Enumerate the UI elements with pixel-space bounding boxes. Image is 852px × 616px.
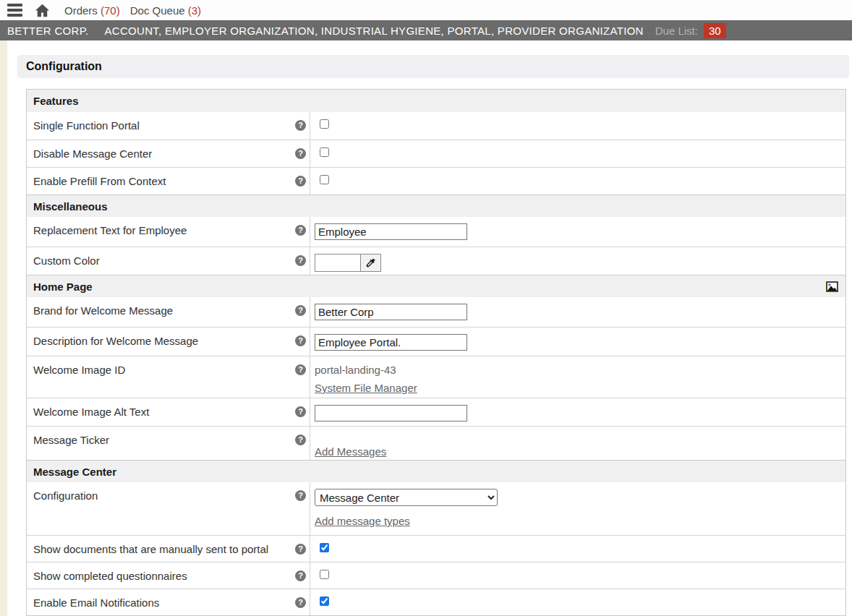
home-button[interactable] xyxy=(35,4,50,17)
custom-color-label: Custom Color xyxy=(33,254,100,268)
row-disable-message-center: Disable Message Center ? xyxy=(27,140,845,167)
message-ticker-label: Message Ticker xyxy=(33,434,109,447)
help-icon[interactable]: ? xyxy=(295,225,306,236)
description-welcome-input[interactable] xyxy=(315,334,467,351)
section-header-home-page: Home Page xyxy=(27,275,845,297)
section-header-miscellaneous: Miscellaneous xyxy=(27,194,845,217)
orders-count: (70) xyxy=(101,4,120,17)
single-function-portal-checkbox[interactable] xyxy=(320,119,329,129)
email-notifications-label: Enable Email Notifications xyxy=(33,596,159,609)
brand-welcome-input[interactable] xyxy=(315,304,467,320)
enable-prefill-label: Enable Prefill From Context xyxy=(33,175,166,188)
replacement-text-input[interactable] xyxy=(315,223,467,240)
help-icon[interactable]: ? xyxy=(295,364,306,375)
row-message-ticker: Message Ticker ? Add Messages xyxy=(27,426,845,460)
help-icon[interactable]: ? xyxy=(295,544,306,555)
section-title: Message Center xyxy=(33,466,116,478)
row-description-welcome: Description for Welcome Message ? xyxy=(27,327,845,356)
row-enable-prefill-from-context: Enable Prefill From Context ? xyxy=(27,167,845,194)
page-title: Configuration xyxy=(17,55,849,78)
context-bar: BETTER CORP. ACCOUNT, EMPLOYER ORGANIZAT… xyxy=(0,20,852,40)
help-icon[interactable]: ? xyxy=(295,255,306,266)
enable-prefill-checkbox[interactable] xyxy=(320,175,329,184)
due-list-label: Due List: xyxy=(655,25,698,37)
row-replacement-text: Replacement Text for Employee ? xyxy=(27,217,845,247)
show-completed-label: Show completed questionnaires xyxy=(33,570,187,583)
brand-welcome-label: Brand for Welcome Message xyxy=(33,304,173,317)
due-list-badge[interactable]: 30 xyxy=(704,23,726,38)
description-welcome-label: Description for Welcome Message xyxy=(33,335,198,348)
row-show-completed: Show completed questionnaires ? xyxy=(27,562,845,589)
section-header-features: Features xyxy=(27,90,845,112)
top-nav: Orders (70) Doc Queue (3) xyxy=(0,0,852,20)
doc-queue-label: Doc Queue xyxy=(130,4,185,17)
system-file-manager-link[interactable]: System File Manager xyxy=(315,382,417,394)
left-edge-strip xyxy=(0,40,7,616)
row-mc-configuration: Configuration ? Message Center Add messa… xyxy=(27,482,845,535)
help-icon[interactable]: ? xyxy=(295,570,306,581)
section-title: Home Page xyxy=(33,281,93,293)
email-notifications-checkbox[interactable] xyxy=(320,596,329,606)
help-icon[interactable]: ? xyxy=(295,597,306,608)
row-enable-email-notifications: Enable Email Notifications ? xyxy=(27,589,845,615)
context-entities: ACCOUNT, EMPLOYER ORGANIZATION, INDUSTRI… xyxy=(105,25,644,37)
doc-queue-link[interactable]: Doc Queue (3) xyxy=(130,4,201,17)
orders-link[interactable]: Orders (70) xyxy=(64,4,120,17)
welcome-image-id-label: Welcome Image ID xyxy=(33,364,125,377)
help-icon[interactable]: ? xyxy=(295,305,306,316)
color-picker-button[interactable] xyxy=(360,254,381,272)
mc-configuration-label: Configuration xyxy=(33,489,98,502)
row-welcome-image-alt: Welcome Image Alt Text ? xyxy=(27,398,845,426)
single-function-portal-label: Single Function Portal xyxy=(33,119,140,132)
custom-color-input[interactable] xyxy=(315,254,361,272)
row-single-function-portal: Single Function Portal ? xyxy=(27,112,845,140)
help-icon[interactable]: ? xyxy=(295,176,306,187)
disable-message-center-checkbox[interactable] xyxy=(320,147,329,157)
section-title: Features xyxy=(33,95,79,107)
row-custom-color: Custom Color ? xyxy=(27,247,845,275)
disable-message-center-label: Disable Message Center xyxy=(33,147,152,161)
row-show-documents: Show documents that are manually sent to… xyxy=(27,535,845,562)
add-messages-link[interactable]: Add Messages xyxy=(315,445,386,458)
help-icon[interactable]: ? xyxy=(295,490,306,501)
add-message-types-link[interactable]: Add message types xyxy=(315,515,410,527)
show-documents-checkbox[interactable] xyxy=(320,543,329,552)
welcome-image-alt-label: Welcome Image Alt Text xyxy=(33,406,149,419)
help-icon[interactable]: ? xyxy=(295,435,306,445)
help-icon[interactable]: ? xyxy=(295,406,306,417)
section-title: Miscellaneous xyxy=(33,200,108,213)
show-completed-checkbox[interactable] xyxy=(320,570,329,579)
configuration-table: Features Single Function Portal ? Disabl… xyxy=(26,89,846,616)
welcome-image-alt-input[interactable] xyxy=(315,405,467,422)
doc-queue-count: (3) xyxy=(188,4,201,17)
company-name: BETTER CORP. xyxy=(7,25,89,37)
row-brand-welcome: Brand for Welcome Message ? xyxy=(27,297,845,327)
eyedropper-icon xyxy=(365,257,376,268)
welcome-image-id-value: portal-landing-43 xyxy=(315,363,840,377)
image-icon xyxy=(826,281,838,292)
row-welcome-image-id: Welcome Image ID ? portal-landing-43 Sys… xyxy=(27,356,845,398)
home-icon xyxy=(35,4,50,17)
hamburger-menu-icon[interactable] xyxy=(7,4,22,17)
home-page-image-button[interactable] xyxy=(826,281,839,292)
replacement-text-label: Replacement Text for Employee xyxy=(33,224,187,237)
help-icon[interactable]: ? xyxy=(295,148,306,159)
configuration-select[interactable]: Message Center xyxy=(315,489,498,506)
orders-label: Orders xyxy=(64,4,98,17)
show-documents-label: Show documents that are manually sent to… xyxy=(33,543,268,556)
section-header-message-center: Message Center xyxy=(27,460,845,482)
help-icon[interactable]: ? xyxy=(295,335,306,346)
help-icon[interactable]: ? xyxy=(295,120,306,131)
